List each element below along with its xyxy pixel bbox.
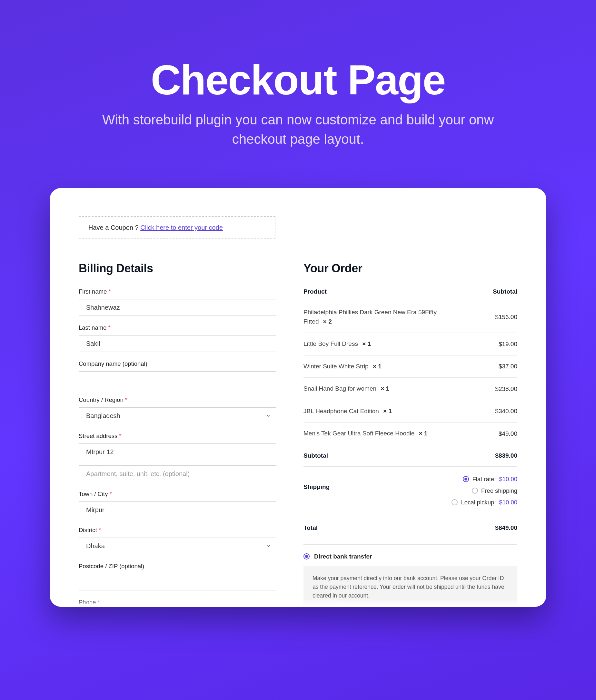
order-item-name: Winter Suite White Strip × 1: [303, 362, 381, 371]
order-item-name: Snail Hand Bag for women × 1: [303, 384, 389, 393]
coupon-prompt: Have a Coupon ?: [89, 224, 140, 231]
shipping-option-amount: $10.00: [499, 499, 517, 506]
first-name-field[interactable]: [79, 299, 276, 316]
first-name-label: First name *: [79, 288, 276, 295]
town-field[interactable]: [79, 501, 276, 518]
order-item-qty: × 1: [419, 430, 428, 437]
order-item-qty: × 1: [362, 340, 371, 347]
shipping-option[interactable]: Local pickup: $10.00: [451, 499, 517, 506]
hero: Checkout Page With storebuild plugin you…: [0, 58, 596, 149]
shipping-option-amount: $10.00: [499, 476, 517, 483]
order-total-row: Total $849.00: [303, 517, 517, 539]
order-table-head: Product Subtotal: [303, 288, 517, 301]
postcode-field[interactable]: [79, 574, 276, 590]
district-label: District *: [79, 527, 276, 534]
radio-icon: [472, 488, 478, 494]
order-item-row: Little Boy Full Dress × 1$19.00: [303, 333, 517, 355]
shipping-option-label: Flat rate:: [472, 476, 496, 483]
order-item-qty: × 1: [380, 385, 389, 392]
street-address-2-field[interactable]: [79, 465, 276, 482]
page-subtitle: With storebuild plugin you can now custo…: [80, 110, 516, 150]
col-subtotal: Subtotal: [493, 288, 517, 295]
order-item-price: $19.00: [499, 341, 517, 348]
order-item-row: Winter Suite White Strip × 1$37.00: [303, 355, 517, 378]
col-product: Product: [303, 288, 327, 295]
order-item-row: Men's Tek Gear Ultra Soft Fleece Hoodie …: [303, 422, 517, 445]
shipping-option[interactable]: Flat rate: $10.00: [451, 476, 517, 483]
shipping-option-label: Local pickup:: [461, 499, 496, 506]
order-item-price: $340.00: [495, 408, 517, 415]
last-name-field[interactable]: [79, 335, 276, 352]
checkout-card: Have a Coupon ? Click here to enter your…: [50, 188, 546, 607]
radio-icon: [303, 553, 309, 560]
card-fade: [50, 598, 546, 607]
order-item-qty: × 1: [373, 363, 381, 370]
street-label: Street address *: [79, 433, 276, 440]
company-field[interactable]: [79, 371, 276, 388]
billing-section: Billing Details First name * Last name *…: [79, 262, 276, 607]
page-title: Checkout Page: [0, 58, 596, 102]
billing-heading: Billing Details: [79, 262, 276, 275]
order-item-name: JBL Headphone Cat Edition × 1: [303, 407, 392, 416]
payment-methods: Direct bank transferMake your payment di…: [303, 544, 517, 607]
radio-icon: [451, 499, 457, 505]
payment-option-label: Direct bank transfer: [314, 553, 372, 560]
country-select[interactable]: Bangladesh: [79, 407, 276, 424]
order-item-price: $238.00: [495, 385, 517, 392]
order-item-row: JBL Headphone Cat Edition × 1$340.00: [303, 400, 517, 422]
coupon-link[interactable]: Click here to enter your code: [140, 224, 223, 231]
company-label: Company name (optional): [79, 360, 276, 367]
order-subtotal-row: Subtotal $839.00: [303, 445, 517, 466]
district-select[interactable]: Dhaka: [79, 538, 276, 554]
order-item-price: $156.00: [495, 314, 517, 321]
shipping-row: Shipping Flat rate: $10.00Free shippingL…: [303, 466, 517, 517]
order-item-price: $37.00: [499, 363, 517, 370]
payment-option[interactable]: Direct bank transfer: [303, 553, 517, 560]
order-section: Your Order Product Subtotal Philadelphia…: [303, 262, 517, 607]
order-item-price: $49.00: [499, 430, 517, 437]
last-name-label: Last name *: [79, 324, 276, 331]
order-heading: Your Order: [303, 262, 517, 275]
postcode-label: Postcode / ZIP (optional): [79, 563, 276, 570]
coupon-notice: Have a Coupon ? Click here to enter your…: [79, 216, 275, 239]
town-label: Town / City *: [79, 491, 276, 498]
order-item-row: Philadelphia Phillies Dark Green New Era…: [303, 301, 517, 333]
order-item-qty: × 1: [383, 408, 392, 414]
radio-icon: [463, 476, 469, 482]
order-item-name: Little Boy Full Dress × 1: [303, 339, 371, 349]
order-item-name: Men's Tek Gear Ultra Soft Fleece Hoodie …: [303, 429, 428, 438]
street-address-1-field[interactable]: [79, 443, 276, 460]
order-item-qty: × 2: [323, 318, 332, 325]
shipping-option-label: Free shipping: [481, 487, 517, 494]
order-item-name: Philadelphia Phillies Dark Green New Era…: [303, 308, 439, 326]
shipping-option[interactable]: Free shipping: [451, 487, 517, 494]
country-label: Country / Region *: [79, 396, 276, 404]
order-item-row: Snail Hand Bag for women × 1$238.00: [303, 378, 517, 400]
